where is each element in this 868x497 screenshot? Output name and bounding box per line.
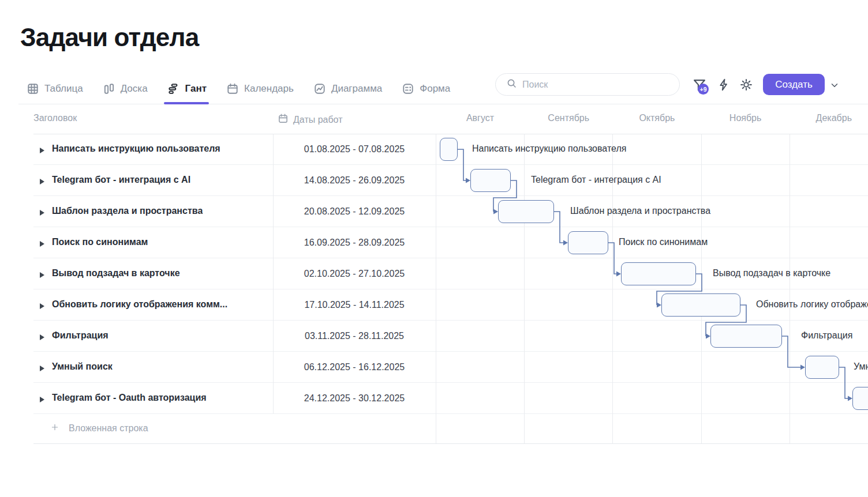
gantt-bar[interactable]: [568, 231, 608, 254]
expand-triangle-icon[interactable]: [39, 302, 45, 308]
task-dates[interactable]: 14.08.2025 - 26.09.2025: [273, 175, 436, 186]
task-title[interactable]: Написать инструкцию пользователя: [52, 144, 220, 154]
table-row[interactable]: Умный поиск 06.12.2025 - 16.12.2025: [33, 352, 868, 383]
task-dates[interactable]: 01.08.2025 - 07.08.2025: [273, 144, 436, 155]
task-dates[interactable]: 03.11.2025 - 28.11.2025: [273, 331, 436, 341]
tab-label: Таблица: [44, 83, 83, 95]
task-title[interactable]: Шаблон раздела и пространства: [52, 206, 203, 216]
gantt-bar-label: Telegram бот - интеграция с AI: [531, 175, 661, 185]
tab-form[interactable]: Форма: [402, 75, 450, 104]
task-title[interactable]: Умный поиск: [52, 362, 113, 372]
expand-triangle-icon[interactable]: [39, 208, 45, 215]
tab-table[interactable]: Таблица: [27, 75, 83, 104]
tab-chart[interactable]: Диаграмма: [313, 75, 382, 104]
tab-gantt[interactable]: Гант: [167, 75, 207, 104]
expand-triangle-icon[interactable]: [39, 364, 45, 371]
column-header-title-label: Заголовок: [33, 113, 77, 123]
month-header: Октябрь: [612, 113, 701, 123]
tab-label: Форма: [420, 83, 450, 95]
table-icon: [27, 82, 39, 95]
plus-icon: [51, 423, 59, 434]
app-window: Задачи отдела Таблица Доска Гант Календа…: [0, 0, 868, 497]
table-row[interactable]: Шаблон раздела и пространства 20.08.2025…: [33, 196, 868, 227]
month-header: Декабрь: [790, 113, 868, 123]
create-button[interactable]: Создать: [763, 74, 825, 95]
column-header-title[interactable]: Заголовок: [33, 113, 77, 123]
tab-label: Гант: [185, 83, 207, 95]
gantt-bar[interactable]: [852, 387, 868, 410]
gantt-bar[interactable]: [621, 262, 696, 285]
add-nested-row-label: Вложенная строка: [69, 423, 148, 434]
form-icon: [402, 82, 414, 95]
gantt-bar[interactable]: [710, 325, 782, 348]
task-title[interactable]: Telegram бот - Oauth авторизация: [52, 393, 207, 403]
tab-calendar[interactable]: Календарь: [226, 75, 294, 104]
gantt-bar-label: Вывод подзадач в карточке: [713, 268, 830, 278]
month-header: Август: [436, 113, 525, 123]
calendar-icon: [226, 82, 239, 95]
task-dates[interactable]: 24.12.2025 - 30.12.2025: [273, 393, 436, 404]
expand-triangle-icon[interactable]: [39, 333, 45, 340]
settings-gear-icon[interactable]: [739, 77, 754, 92]
gantt-bar-label: Написать инструкцию пользователя: [472, 144, 626, 154]
month-header: Ноябрь: [701, 113, 790, 123]
chart-icon: [313, 82, 326, 95]
task-dates[interactable]: 16.09.2025 - 28.09.2025: [273, 238, 436, 248]
gantt-bar-label: Умный поиск: [854, 362, 868, 372]
expand-triangle-icon[interactable]: [39, 177, 45, 184]
task-title[interactable]: Telegram бот - интеграция с AI: [52, 175, 190, 185]
tab-label: Доска: [121, 83, 148, 95]
calendar-small-icon: [278, 113, 289, 126]
table-row[interactable]: Поиск по синонимам 16.09.2025 - 28.09.20…: [33, 227, 868, 258]
gantt-icon: [167, 82, 180, 95]
column-header-dates-label: Даты работ: [293, 115, 343, 125]
table-row[interactable]: Обновить логику отображения комм... 17.1…: [33, 289, 868, 321]
gantt-bar[interactable]: [661, 293, 740, 317]
gantt-bar-label: Поиск по синонимам: [619, 237, 708, 247]
automation-lightning-icon[interactable]: [716, 77, 731, 92]
expand-triangle-icon[interactable]: [39, 146, 45, 153]
column-gridline: [701, 134, 702, 444]
gantt-bar[interactable]: [470, 169, 511, 192]
gantt-bar-label: Фильтрация: [801, 330, 852, 341]
filter-count-badge: +9: [698, 84, 709, 95]
task-title[interactable]: Поиск по синонимам: [52, 237, 148, 247]
add-nested-row-button[interactable]: Вложенная строка: [33, 413, 868, 444]
page-title: Задачи отдела: [20, 23, 199, 52]
expand-triangle-icon[interactable]: [39, 270, 45, 277]
tab-board[interactable]: Доска: [103, 75, 148, 104]
gantt-bar[interactable]: [440, 138, 458, 161]
column-gridline: [273, 134, 274, 413]
task-dates[interactable]: 02.10.2025 - 27.10.2025: [273, 269, 436, 279]
gantt-bar[interactable]: [805, 356, 839, 379]
search-icon: [506, 78, 517, 91]
column-gridline: [436, 134, 436, 444]
tab-label: Календарь: [244, 83, 294, 95]
task-dates[interactable]: 20.08.2025 - 12.09.2025: [273, 206, 436, 217]
tab-label: Диаграмма: [331, 83, 382, 95]
search-input[interactable]: [522, 80, 661, 90]
view-tabs: Таблица Доска Гант Календарь Диаграмма Ф…: [27, 75, 450, 104]
column-gridline: [524, 134, 525, 444]
task-dates[interactable]: 17.10.2025 - 14.11.2025: [273, 300, 436, 310]
task-title[interactable]: Фильтрация: [52, 330, 108, 341]
gantt-bar-label: Обновить логику отображения комм...: [756, 299, 868, 310]
search-box[interactable]: [495, 73, 680, 96]
table-row[interactable]: Telegram бот - Oauth авторизация 24.12.2…: [33, 383, 868, 414]
task-title[interactable]: Вывод подзадач в карточке: [52, 268, 180, 278]
column-gridline: [790, 134, 790, 444]
month-header: Сентябрь: [524, 113, 613, 123]
expand-triangle-icon[interactable]: [39, 395, 45, 402]
expand-triangle-icon[interactable]: [39, 239, 45, 246]
board-icon: [103, 82, 115, 95]
table-row[interactable]: Telegram бот - интеграция с AI 14.08.202…: [33, 165, 868, 196]
task-title[interactable]: Обновить логику отображения комм...: [52, 299, 227, 310]
column-header-dates[interactable]: Даты работ: [278, 113, 343, 126]
chevron-down-icon[interactable]: [829, 80, 840, 91]
gantt-bar-label: Шаблон раздела и пространства: [570, 206, 710, 216]
gantt-bar[interactable]: [498, 200, 554, 223]
task-dates[interactable]: 06.12.2025 - 16.12.2025: [273, 362, 436, 372]
